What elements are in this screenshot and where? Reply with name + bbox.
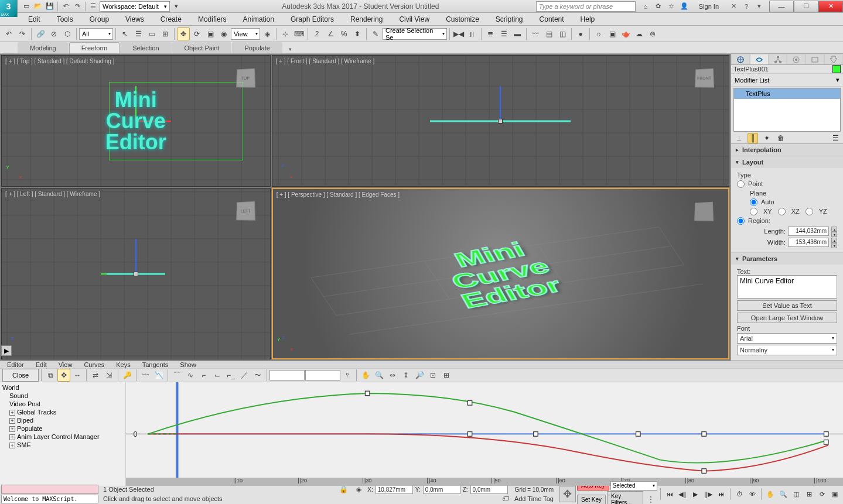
ce-time-field[interactable] [269,370,305,380]
object-color-swatch[interactable] [832,65,841,73]
tab-populate[interactable]: Populate [232,42,282,53]
maximize-button[interactable]: ☐ [794,1,818,12]
search-input[interactable]: Type a keyword or phrase [536,1,636,12]
ce-zoom-region-icon[interactable]: ⊡ [426,369,439,382]
rollout-parameters[interactable]: Parameters [731,253,843,265]
radio-xy[interactable] [750,208,757,215]
ce-value-field[interactable] [305,370,340,380]
ce-menu-editor[interactable]: Editor [1,361,30,368]
menu-modifiers[interactable]: Modifiers [190,13,235,25]
ce-reduce-icon[interactable]: 📉 [152,369,165,382]
menu-customize[interactable]: Customize [438,13,487,25]
viewport-zoom-all-icon[interactable]: ⊞ [803,488,815,500]
ce-tan-linear-icon[interactable]: ／ [238,369,251,382]
viewcube-persp[interactable] [694,202,714,221]
viewport-left-label[interactable]: [ + ] [ Left ] [ Standard ] [ Wireframe … [5,191,100,197]
viewport-front[interactable]: [ + ] [ Front ] [ Standard ] [ Wireframe… [272,55,729,187]
modstack-item[interactable]: TextPlus [734,88,840,99]
curve-editor-button[interactable]: 〰 [529,28,542,40]
a360-button[interactable]: ⊚ [646,28,659,40]
key-mode-select[interactable]: Selected [610,481,657,491]
snap-percent-button[interactable]: % [337,28,350,40]
menu-views[interactable]: Views [117,13,152,25]
ce-tan-spline-icon[interactable]: ∿ [184,369,197,382]
viewport-fov-icon[interactable]: ◫ [790,488,802,500]
ce-move-keys-icon[interactable]: ✥ [57,369,70,382]
radio-yz[interactable] [806,208,813,215]
menu-civil-view[interactable]: Civil View [391,13,438,25]
redo-button[interactable]: ↷ [16,28,29,40]
cmdtab-modify[interactable] [750,54,769,64]
named-sel-edit-button[interactable]: ✎ [369,28,382,40]
viewport-play-toggle[interactable]: ▶ [1,345,12,356]
add-time-tag[interactable]: Add Time Tag [514,495,554,502]
ce-scale-keys-icon[interactable]: ⇲ [103,369,115,382]
viewport-pan-icon[interactable]: ✋ [764,488,776,500]
time-tag-icon[interactable]: 🏷 [499,492,512,504]
ce-menu-curves[interactable]: Curves [78,361,110,368]
minimize-button[interactable]: — [769,1,794,12]
signin-link[interactable]: Sign In [694,3,723,10]
ce-menu-tangents[interactable]: Tangents [136,361,175,368]
viewport-left[interactable]: [ + ] [ Left ] [ Standard ] [ Wireframe … [1,188,271,359]
undo-button[interactable]: ↶ [2,28,15,40]
menu-edit[interactable]: Edit [20,13,49,25]
ce-zoom-all-icon[interactable]: ⊞ [440,369,453,382]
viewport-top[interactable]: [ + ] [ Top ] [ Standard ] [ Default Sha… [1,55,271,187]
manipulate-button[interactable]: ⊹ [279,28,292,40]
ce-zoom-sel-icon[interactable]: 🔍 [373,369,385,382]
ce-time-ruler[interactable]: |10 |20 |30 |40 |50 |60 |70 |80 |90 |100 [126,478,843,486]
subscription-icon[interactable]: ⌂ [640,1,651,12]
app-logo[interactable]: 3MAX [0,0,18,17]
radio-region[interactable] [737,217,745,225]
ce-menu-edit[interactable]: Edit [30,361,53,368]
bind-button[interactable]: ⬡ [61,28,74,40]
object-name[interactable]: TextPlus001 [733,66,832,73]
goto-start-icon[interactable]: ⏮ [664,488,675,500]
render-cloud-button[interactable]: ☁ [633,28,646,40]
tab-selection[interactable]: Selection [120,42,171,53]
cmdtab-create[interactable] [731,54,750,64]
viewport-max-icon[interactable]: ▣ [829,488,841,500]
rollout-layout[interactable]: Layout [731,156,843,168]
pin-stack-icon[interactable]: ⟂ [733,133,744,143]
keyboard-shortcut-button[interactable]: ⌨ [292,28,305,40]
menu-content[interactable]: Content [531,13,572,25]
rollout-interpolation[interactable]: Interpolation [731,144,843,156]
cmdtab-hierarchy[interactable] [769,54,787,64]
new-icon[interactable]: ▭ [21,1,32,12]
modifier-list-dropdown[interactable]: Modifier List▾ [731,74,843,87]
viewcube-top[interactable]: TOP [236,68,255,88]
link-button[interactable]: 🔗 [34,28,47,40]
scene-explorer-button[interactable]: ☰ [497,28,510,40]
viewport-front-label[interactable]: [ + ] [ Front ] [ Standard ] [ Wireframe… [276,58,375,64]
viewport-zoom-icon[interactable]: 🔍 [777,488,789,500]
ce-slide-icon[interactable]: ⇄ [89,369,102,382]
show-end-result-icon[interactable]: ║ [748,133,758,143]
remove-modifier-icon[interactable]: 🗑 [776,133,786,143]
render-frame-button[interactable]: ▣ [606,28,619,40]
ce-move-h-icon[interactable]: ↔ [71,369,84,382]
ce-draw-curve-icon[interactable]: 〰 [139,369,152,382]
make-unique-icon[interactable]: ✦ [762,133,772,143]
select-button[interactable]: ↖ [118,28,131,40]
ce-controller-tree[interactable]: World Sound Video Post +Global Tracks +B… [0,382,126,486]
viewcube-front[interactable]: FRONT [695,68,714,88]
help-icon[interactable]: ? [741,1,752,12]
snap-2d-button[interactable]: 2 [310,28,323,40]
snap-angle-button[interactable]: ∠ [324,28,337,40]
maxscript-mini-listener[interactable] [1,485,98,494]
reference-coord[interactable]: View [231,28,260,40]
placement-button[interactable]: ◉ [217,28,230,40]
spinner-snap-button[interactable]: ⬍ [351,28,364,40]
ce-menu-view[interactable]: View [53,361,79,368]
viewport-orbit-icon[interactable]: ⟳ [816,488,828,500]
ce-zoom-icon[interactable]: 🔎 [413,369,426,382]
maxscript-output[interactable]: Welcome to MAXScript. [1,495,98,504]
key-filters-button[interactable]: Key Filters... [607,491,643,504]
project-icon[interactable]: ☰ [88,1,98,12]
mirror-button[interactable]: ▶◀ [452,28,465,40]
material-editor-button[interactable]: ● [574,28,587,40]
ce-zoom-v-icon[interactable]: ⇕ [400,369,412,382]
goto-end-icon[interactable]: ⏭ [715,488,727,500]
